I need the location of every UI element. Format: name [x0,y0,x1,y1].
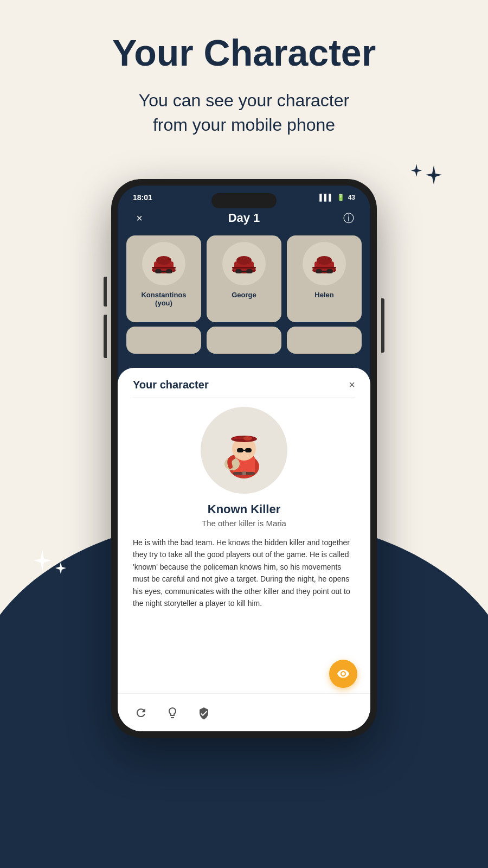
svg-rect-26 [237,448,243,452]
svg-rect-31 [242,471,246,475]
player-card-2[interactable]: George [207,235,281,322]
player-card-1[interactable]: Konstantinos(you) [126,235,201,322]
svg-point-2 [156,256,171,265]
players-row-2 [118,327,370,354]
svg-rect-5 [166,269,172,273]
player-name-2: George [232,291,256,299]
toolbar-refresh-icon[interactable] [133,705,149,721]
svg-point-16 [317,256,332,265]
phone-outer-shell: 18:01 ▌▌▌ 🔋 43 × Day 1 ⓘ [111,179,377,738]
modal-title: Your character [133,379,209,391]
phone-side-btn-3 [381,298,384,353]
players-row: Konstantinos(you) [118,235,370,322]
phone-mockup: 18:01 ▌▌▌ 🔋 43 × Day 1 ⓘ [111,179,377,738]
player-card-6 [287,327,362,354]
svg-rect-10 [232,267,256,269]
player-name-1: Konstantinos(you) [141,291,186,307]
signal-icon: ▌▌▌ [319,194,333,201]
modal-divider [133,398,355,398]
player-card-5 [207,327,281,354]
modal-header: Your character × [133,379,355,391]
sparkle-bottom-left-icon [33,547,76,586]
svg-rect-11 [235,269,242,273]
svg-rect-19 [326,269,333,273]
character-subtitle: The other killer is Maria [133,519,355,528]
modal-close-button[interactable]: × [349,379,355,391]
page-title: Your Character [0,33,488,73]
character-name: Known Killer [133,502,355,516]
phone-screen: 18:01 ▌▌▌ 🔋 43 × Day 1 ⓘ [118,186,370,731]
phone-notch [211,193,277,208]
player-name-3: Helen [314,291,333,299]
app-header: × Day 1 ⓘ [118,205,370,235]
svg-rect-4 [155,269,162,273]
day-label: Day 1 [228,211,260,225]
info-button[interactable]: ⓘ [340,209,357,227]
svg-point-9 [236,256,252,265]
toolbar-light-icon[interactable] [164,705,181,721]
character-image-wrap [133,407,355,494]
fab-eye-button[interactable] [329,660,357,688]
player-avatar-2 [222,242,266,285]
player-card-4 [126,327,201,354]
svg-rect-17 [312,267,336,269]
svg-rect-18 [316,269,322,273]
page-subtitle: You can see your characterfrom your mobi… [0,88,488,137]
svg-rect-3 [152,267,176,269]
player-card-3[interactable]: Helen [287,235,362,322]
toolbar-roles-icon[interactable] [196,705,212,721]
character-modal: Your character × [118,368,370,731]
close-button[interactable]: × [131,209,148,227]
phone-side-btn-1 [104,277,107,307]
svg-point-25 [243,436,252,441]
status-icons: ▌▌▌ 🔋 43 [319,194,355,201]
svg-rect-12 [246,269,253,273]
character-avatar [201,407,287,494]
character-description: He is with the bad team. He knows the hi… [133,537,355,609]
svg-rect-27 [245,448,252,452]
player-avatar-3 [303,242,346,285]
sparkle-top-right-icon [407,163,445,199]
phone-side-btn-2 [104,315,107,358]
status-time: 18:01 [133,193,152,202]
page-header: Your Character You can see your characte… [0,0,488,137]
player-avatar-1 [142,242,185,285]
battery-icon: 🔋 [337,194,345,201]
battery-percent: 43 [348,194,355,201]
phone-toolbar [118,693,370,731]
